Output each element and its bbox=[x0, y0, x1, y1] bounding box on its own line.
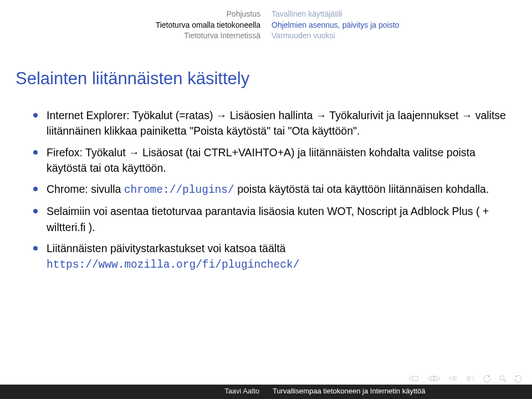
list-item: Selaimiin voi asentaa tietoturvaa parant… bbox=[33, 203, 510, 235]
list-text: Chrome: sivulla bbox=[47, 183, 124, 195]
mozilla-plugincheck-url[interactable]: https://www.mozilla.org/fi/plugincheck/ bbox=[47, 259, 299, 271]
list-text: Liitännäisten päivitystarkastukset voi k… bbox=[47, 242, 285, 254]
nav-sections: Pohjustus Tietoturva omalla tietokoneell… bbox=[156, 9, 260, 42]
list-text: Selaimiin voi asentaa tietoturvaa parant… bbox=[47, 205, 489, 233]
nav-subsections: Tavallinen käyttäjätili Ohjelmien asennu… bbox=[272, 9, 399, 42]
bullet-list: Internet Explorer: Työkalut (=ratas) → L… bbox=[33, 108, 510, 273]
footer: Taavi Aalto Turvallisempaa tietokoneen j… bbox=[0, 385, 532, 399]
footer-author: Taavi Aalto bbox=[0, 385, 266, 399]
nav-subsection-item[interactable]: Ohjelmien asennus, päivitys ja poisto bbox=[272, 20, 399, 31]
nav-back-button[interactable] bbox=[483, 375, 491, 382]
nav-forward-button[interactable] bbox=[514, 375, 522, 382]
footer-title: Turvallisempaa tietokoneen ja Internetin… bbox=[266, 385, 532, 399]
svg-rect-2 bbox=[433, 376, 437, 381]
nav-search-button[interactable] bbox=[499, 375, 507, 382]
nav-section-item[interactable]: Tietoturva Internetissä bbox=[156, 30, 260, 42]
svg-rect-1 bbox=[431, 376, 434, 381]
chrome-plugins-url: chrome://plugins/ bbox=[124, 184, 234, 196]
page-title: Selainten liitännäisten käsittely bbox=[16, 69, 532, 89]
nav-next-slide-button[interactable] bbox=[427, 375, 440, 382]
nav-next-section-button[interactable] bbox=[466, 375, 475, 382]
list-item: Liitännäisten päivitystarkastukset voi k… bbox=[33, 241, 510, 273]
list-item: Firefox: Työkalut → Lisäosat (tai CTRL+V… bbox=[33, 145, 510, 176]
list-item: Internet Explorer: Työkalut (=ratas) → L… bbox=[33, 108, 510, 139]
list-text: Firefox: Työkalut → Lisäosat (tai CTRL+V… bbox=[47, 146, 475, 174]
nav-subsection-item[interactable]: Tavallinen käyttäjätili bbox=[272, 9, 399, 20]
nav-prev-slide-button[interactable] bbox=[408, 375, 419, 382]
nav-subsection-item[interactable]: Varmuuden vuoksi bbox=[272, 30, 399, 42]
nav-prev-section-button[interactable] bbox=[448, 375, 458, 382]
svg-rect-0 bbox=[412, 376, 418, 381]
list-text: Internet Explorer: Työkalut (=ratas) → L… bbox=[47, 109, 506, 137]
nav-section-item[interactable]: Pohjustus bbox=[156, 9, 260, 20]
content: Internet Explorer: Työkalut (=ratas) → L… bbox=[33, 108, 510, 273]
nav-section-item[interactable]: Tietoturva omalla tietokoneella bbox=[156, 20, 260, 31]
list-text: poista käytöstä tai ota käyttöön liitänn… bbox=[234, 183, 489, 195]
svg-point-9 bbox=[500, 376, 504, 380]
beamer-nav-controls bbox=[408, 375, 522, 382]
svg-line-10 bbox=[504, 380, 506, 382]
header-nav: Pohjustus Tietoturva omalla tietokoneell… bbox=[0, 0, 532, 53]
list-item: Chrome: sivulla chrome://plugins/ poista… bbox=[33, 181, 510, 198]
slide: Pohjustus Tietoturva omalla tietokoneell… bbox=[0, 0, 532, 399]
